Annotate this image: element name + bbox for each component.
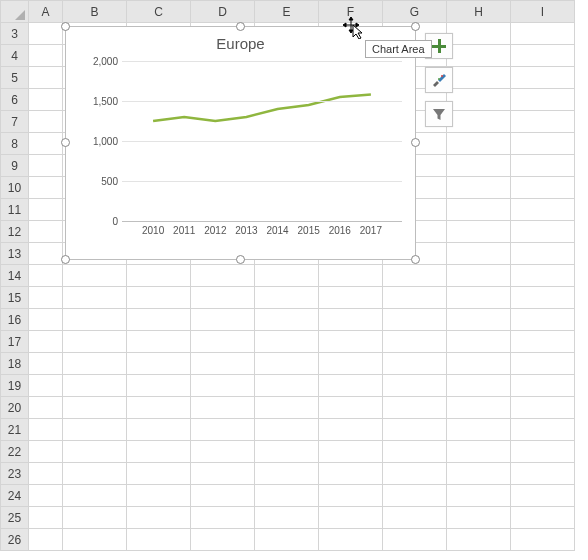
select-all-corner[interactable]	[1, 1, 29, 23]
cell-B26[interactable]	[63, 529, 127, 551]
cell-I6[interactable]	[511, 89, 575, 111]
cell-E22[interactable]	[255, 441, 319, 463]
cell-F23[interactable]	[319, 463, 383, 485]
cell-I9[interactable]	[511, 155, 575, 177]
cell-C14[interactable]	[127, 265, 191, 287]
cell-A16[interactable]	[29, 309, 63, 331]
cell-G16[interactable]	[383, 309, 447, 331]
cell-H12[interactable]	[447, 221, 511, 243]
cell-E26[interactable]	[255, 529, 319, 551]
resize-handle-l[interactable]	[61, 138, 70, 147]
cell-I21[interactable]	[511, 419, 575, 441]
cell-G17[interactable]	[383, 331, 447, 353]
cell-G22[interactable]	[383, 441, 447, 463]
cell-C25[interactable]	[127, 507, 191, 529]
cell-A8[interactable]	[29, 133, 63, 155]
cell-I14[interactable]	[511, 265, 575, 287]
row-header-21[interactable]: 21	[1, 419, 29, 441]
cell-H5[interactable]	[447, 67, 511, 89]
cell-I5[interactable]	[511, 67, 575, 89]
cell-H26[interactable]	[447, 529, 511, 551]
cell-H15[interactable]	[447, 287, 511, 309]
cell-H25[interactable]	[447, 507, 511, 529]
cell-F14[interactable]	[319, 265, 383, 287]
cell-C22[interactable]	[127, 441, 191, 463]
cell-F18[interactable]	[319, 353, 383, 375]
cell-C21[interactable]	[127, 419, 191, 441]
cell-B20[interactable]	[63, 397, 127, 419]
cell-D19[interactable]	[191, 375, 255, 397]
column-header-I[interactable]: I	[511, 1, 575, 23]
row-header-15[interactable]: 15	[1, 287, 29, 309]
cell-A21[interactable]	[29, 419, 63, 441]
cell-E18[interactable]	[255, 353, 319, 375]
cell-A23[interactable]	[29, 463, 63, 485]
cell-H18[interactable]	[447, 353, 511, 375]
cell-I22[interactable]	[511, 441, 575, 463]
cell-E25[interactable]	[255, 507, 319, 529]
cell-D24[interactable]	[191, 485, 255, 507]
row-header-17[interactable]: 17	[1, 331, 29, 353]
row-header-4[interactable]: 4	[1, 45, 29, 67]
cell-H10[interactable]	[447, 177, 511, 199]
cell-D15[interactable]	[191, 287, 255, 309]
cell-F20[interactable]	[319, 397, 383, 419]
cell-G18[interactable]	[383, 353, 447, 375]
cell-D21[interactable]	[191, 419, 255, 441]
resize-handle-tl[interactable]	[61, 22, 70, 31]
column-header-F[interactable]: F	[319, 1, 383, 23]
cell-H9[interactable]	[447, 155, 511, 177]
row-header-16[interactable]: 16	[1, 309, 29, 331]
row-header-23[interactable]: 23	[1, 463, 29, 485]
row-header-12[interactable]: 12	[1, 221, 29, 243]
row-header-22[interactable]: 22	[1, 441, 29, 463]
cell-B15[interactable]	[63, 287, 127, 309]
cell-I13[interactable]	[511, 243, 575, 265]
cell-H14[interactable]	[447, 265, 511, 287]
cell-C16[interactable]	[127, 309, 191, 331]
cell-F17[interactable]	[319, 331, 383, 353]
resize-handle-tr[interactable]	[411, 22, 420, 31]
row-header-18[interactable]: 18	[1, 353, 29, 375]
cell-A13[interactable]	[29, 243, 63, 265]
cell-I16[interactable]	[511, 309, 575, 331]
row-header-19[interactable]: 19	[1, 375, 29, 397]
cell-H21[interactable]	[447, 419, 511, 441]
cell-C24[interactable]	[127, 485, 191, 507]
cell-A6[interactable]	[29, 89, 63, 111]
cell-C19[interactable]	[127, 375, 191, 397]
cell-A25[interactable]	[29, 507, 63, 529]
cell-F26[interactable]	[319, 529, 383, 551]
cell-I12[interactable]	[511, 221, 575, 243]
cell-B17[interactable]	[63, 331, 127, 353]
cell-H6[interactable]	[447, 89, 511, 111]
cell-A24[interactable]	[29, 485, 63, 507]
column-header-A[interactable]: A	[29, 1, 63, 23]
column-header-B[interactable]: B	[63, 1, 127, 23]
cell-I26[interactable]	[511, 529, 575, 551]
cell-B21[interactable]	[63, 419, 127, 441]
cell-G14[interactable]	[383, 265, 447, 287]
cell-A18[interactable]	[29, 353, 63, 375]
cell-F19[interactable]	[319, 375, 383, 397]
row-header-26[interactable]: 26	[1, 529, 29, 551]
cell-F15[interactable]	[319, 287, 383, 309]
cell-G23[interactable]	[383, 463, 447, 485]
cell-A12[interactable]	[29, 221, 63, 243]
cell-B18[interactable]	[63, 353, 127, 375]
cell-D23[interactable]	[191, 463, 255, 485]
cell-C18[interactable]	[127, 353, 191, 375]
cell-A22[interactable]	[29, 441, 63, 463]
cell-I18[interactable]	[511, 353, 575, 375]
cell-F24[interactable]	[319, 485, 383, 507]
cell-H13[interactable]	[447, 243, 511, 265]
cell-I23[interactable]	[511, 463, 575, 485]
cell-A4[interactable]	[29, 45, 63, 67]
cell-H4[interactable]	[447, 45, 511, 67]
cell-C20[interactable]	[127, 397, 191, 419]
chart-object[interactable]: Europe 05001,0001,5002,000 2010201120122…	[65, 26, 416, 260]
cell-B24[interactable]	[63, 485, 127, 507]
cell-I25[interactable]	[511, 507, 575, 529]
cell-D20[interactable]	[191, 397, 255, 419]
cell-A17[interactable]	[29, 331, 63, 353]
